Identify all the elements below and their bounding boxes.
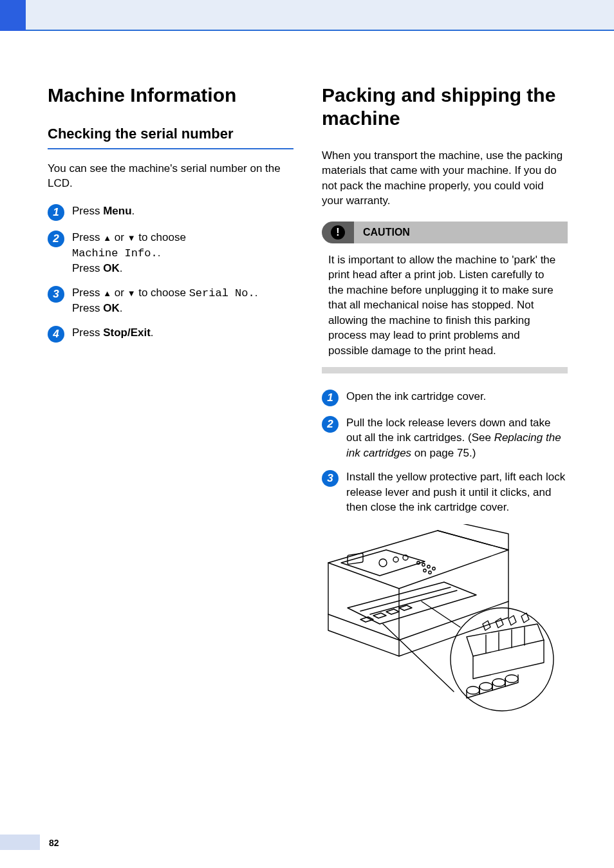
- svg-point-1: [393, 557, 398, 562]
- svg-point-7: [433, 567, 435, 570]
- subheading-serial: Checking the serial number: [48, 125, 293, 143]
- step-2: 2 Press ▲ or ▼ to choose Machine Info.. …: [48, 230, 293, 276]
- svg-point-10: [451, 608, 554, 711]
- step-text: Pull the lock release levers down and ta…: [346, 415, 568, 460]
- section-heading-machine-info: Machine Information: [48, 84, 293, 107]
- page-footer: 82: [0, 835, 614, 850]
- step-3: 3 Install the yellow protective part, li…: [322, 469, 568, 514]
- intro-text: You can see the machine's serial number …: [48, 161, 293, 191]
- svg-point-12: [479, 683, 492, 690]
- step-number-icon: 2: [48, 231, 64, 247]
- step-3: 3 Press ▲ or ▼ to choose Serial No.. Pre…: [48, 285, 293, 316]
- step-text: Open the ink cartridge cover.: [346, 389, 486, 404]
- step-text: Press ▲ or ▼ to choose Serial No.. Press…: [72, 285, 257, 316]
- svg-point-14: [505, 675, 518, 683]
- svg-point-6: [427, 565, 430, 568]
- step-number-icon: 4: [48, 326, 64, 343]
- step-number-icon: 2: [322, 416, 339, 433]
- svg-point-9: [429, 571, 431, 574]
- step-1: 1 Press Menu.: [48, 203, 293, 221]
- caution-body-text: It is important to allow the machine to …: [322, 243, 568, 373]
- svg-point-4: [417, 561, 420, 564]
- page-number-tab: [0, 835, 40, 850]
- step-text: Press Stop/Exit.: [72, 325, 154, 340]
- step-number-icon: 3: [48, 286, 64, 303]
- right-column: Packing and shipping the machine When yo…: [322, 84, 568, 717]
- content-area: Machine Information Checking the serial …: [48, 84, 569, 717]
- caution-icon-cap: !: [322, 222, 354, 243]
- step-1: 1 Open the ink cartridge cover.: [322, 389, 568, 406]
- page: Machine Information Checking the serial …: [0, 0, 614, 868]
- svg-point-11: [467, 686, 479, 694]
- chapter-tab: [0, 0, 26, 31]
- left-column: Machine Information Checking the serial …: [48, 84, 293, 717]
- step-number-icon: 1: [48, 204, 64, 221]
- svg-point-5: [422, 563, 425, 566]
- step-2: 2 Pull the lock release levers down and …: [322, 415, 568, 460]
- header-band: [0, 0, 614, 31]
- heading-rule: [48, 148, 293, 149]
- intro-text: When you transport the machine, use the …: [322, 148, 568, 209]
- printer-illustration: [322, 524, 568, 717]
- svg-point-13: [492, 679, 505, 686]
- svg-point-0: [379, 559, 387, 567]
- caution-header: ! CAUTION: [322, 222, 568, 243]
- step-text: Press ▲ or ▼ to choose Machine Info.. Pr…: [72, 230, 186, 276]
- step-number-icon: 1: [322, 390, 339, 406]
- section-heading-packing: Packing and shipping the machine: [322, 84, 568, 130]
- caution-label: CAUTION: [354, 222, 568, 243]
- step-4: 4 Press Stop/Exit.: [48, 325, 293, 343]
- svg-point-8: [423, 569, 426, 572]
- caution-callout: ! CAUTION It is important to allow the m…: [322, 222, 568, 373]
- steps-list: 1 Open the ink cartridge cover. 2 Pull t…: [322, 389, 568, 515]
- step-text: Install the yellow protective part, lift…: [346, 469, 568, 514]
- exclamation-icon: !: [331, 225, 345, 240]
- step-text: Press Menu.: [72, 203, 135, 218]
- steps-list: 1 Press Menu. 2 Press ▲ or ▼ to choose M…: [48, 203, 293, 342]
- step-number-icon: 3: [322, 470, 339, 487]
- printer-svg: [322, 524, 568, 717]
- page-number: 82: [49, 838, 59, 848]
